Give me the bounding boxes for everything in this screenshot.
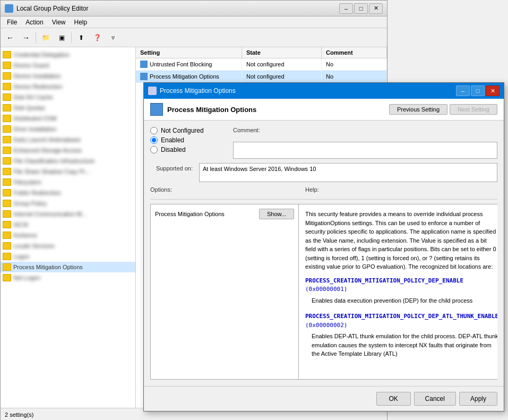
dialog-close-button[interactable]: ✕ (486, 85, 500, 96)
dialog-footer: OK Cancel Apply (144, 386, 504, 411)
radio-section: Not Configured Enabled Disabled (150, 127, 225, 159)
comment-section: Comment: (233, 127, 497, 159)
prev-setting-button[interactable]: Previous Setting (389, 104, 447, 115)
comment-textarea[interactable] (233, 142, 497, 159)
dialog-header-icon (150, 103, 163, 116)
help-label: Help: (305, 186, 497, 193)
options-pmo-text: Process Mitigation Options (155, 211, 225, 217)
supported-label: Supported on: (150, 163, 193, 172)
help-scroll-wrapper: This security feature provides a means t… (299, 204, 497, 380)
help-desc-1: Enables data execution prevention (DEP) … (305, 296, 497, 305)
show-button[interactable]: Show... (259, 209, 294, 219)
dialog-title-buttons: – □ ✕ (456, 85, 500, 96)
comment-label: Comment: (233, 127, 260, 133)
code-2-name: PROCESS_CREATION_MITIGATION_POLICY_DEP_A… (305, 313, 497, 320)
dialog-title-bar: Process Mitigation Options – □ ✕ (144, 83, 504, 99)
dialog-overlay: Process Mitigation Options – □ ✕ Process… (0, 0, 508, 420)
code-2-hex: (0x00000002) (305, 322, 347, 329)
apply-button[interactable]: Apply (459, 392, 497, 406)
disabled-radio[interactable] (150, 146, 158, 153)
supported-value: At least Windows Server 2016, Windows 10 (199, 163, 497, 182)
dialog-title-icon (148, 87, 157, 95)
help-code-1: PROCESS_CREATION_MITIGATION_POLICY_DEP_E… (305, 277, 497, 294)
dialog-title-text: Process Mitigation Options (160, 87, 456, 95)
enabled-label: Enabled (161, 136, 184, 144)
options-panel: Process Mitigation Options Show... (150, 204, 299, 380)
not-configured-radio[interactable] (150, 127, 158, 134)
not-configured-label: Not Configured (161, 127, 204, 134)
ok-button[interactable]: OK (376, 392, 411, 406)
options-help-headers: Options: Help: (150, 186, 497, 193)
options-label: Options: (150, 186, 299, 193)
radio-disabled: Disabled (150, 146, 225, 153)
supported-section: Supported on: At least Windows Server 20… (150, 163, 497, 182)
help-text-main: This security feature provides a means t… (305, 210, 497, 271)
dialog-header-title: Process Mitigation Options (167, 106, 256, 114)
help-panel: This security feature provides a means t… (299, 204, 497, 380)
dialog-process-mitigation: Process Mitigation Options – □ ✕ Process… (143, 82, 504, 412)
dialog-header: Process Mitigation Options Previous Sett… (144, 99, 504, 121)
dialog-body: Not Configured Enabled Disabled Comment: (144, 121, 504, 386)
dialog-header-left: Process Mitigation Options (150, 103, 256, 116)
radio-comment-row: Not Configured Enabled Disabled Comment: (150, 127, 497, 159)
disabled-label: Disabled (161, 146, 186, 153)
help-code-2: PROCESS_CREATION_MITIGATION_POLICY_DEP_A… (305, 312, 497, 330)
cancel-button[interactable]: Cancel (414, 392, 456, 406)
dialog-minimize-button[interactable]: – (456, 85, 470, 96)
options-pmo-row: Process Mitigation Options Show... (155, 209, 294, 219)
radio-enabled: Enabled (150, 136, 225, 144)
help-desc-2: Enables DEP-ATL thunk emulation for the … (305, 332, 497, 358)
dialog-maximize-button[interactable]: □ (471, 85, 485, 96)
next-setting-button[interactable]: Next Setting (450, 104, 497, 115)
radio-not-configured: Not Configured (150, 127, 225, 134)
enabled-radio[interactable] (150, 136, 158, 144)
dialog-nav-buttons: Previous Setting Next Setting (389, 104, 497, 115)
code-1-name: PROCESS_CREATION_MITIGATION_POLICY_DEP_E… (305, 277, 463, 284)
options-help-row: Process Mitigation Options Show... This … (150, 199, 497, 380)
code-1-hex: (0x00000001) (305, 286, 347, 293)
